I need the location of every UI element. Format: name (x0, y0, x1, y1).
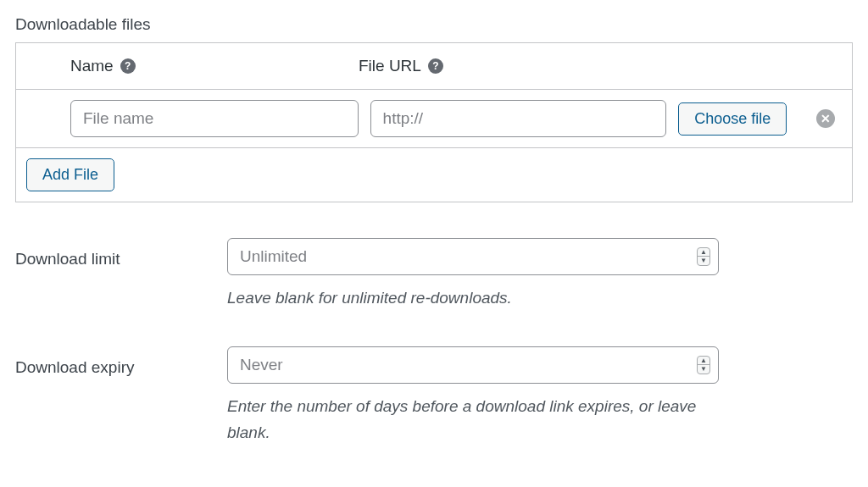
downloadable-files-table: Name ? File URL ? Choose file ✕ Add File (15, 42, 853, 202)
delete-icon[interactable]: ✕ (816, 109, 835, 128)
table-footer: Add File (16, 148, 852, 202)
choose-file-button[interactable]: Choose file (678, 102, 787, 136)
file-url-column-header: File URL (359, 57, 421, 75)
download-expiry-label: Download expiry (15, 346, 227, 377)
table-row: Choose file ✕ (16, 90, 852, 148)
download-limit-label: Download limit (15, 238, 227, 268)
download-limit-row: Download limit ▲ ▼ Leave blank for unlim… (15, 238, 853, 311)
download-expiry-input[interactable] (227, 346, 719, 384)
stepper-down-icon[interactable]: ▼ (698, 257, 709, 265)
download-expiry-row: Download expiry ▲ ▼ Enter the number of … (15, 346, 853, 445)
number-stepper: ▲ ▼ (697, 356, 710, 374)
number-stepper: ▲ ▼ (697, 247, 710, 266)
stepper-down-icon[interactable]: ▼ (698, 365, 709, 374)
download-limit-help: Leave blank for unlimited re-downloads. (227, 285, 719, 311)
name-column-header: Name (70, 57, 114, 75)
section-title: Downloadable files (15, 15, 853, 34)
file-url-input[interactable] (370, 100, 667, 137)
file-name-input[interactable] (70, 100, 359, 137)
download-expiry-help: Enter the number of days before a downlo… (227, 394, 719, 445)
stepper-up-icon[interactable]: ▲ (698, 357, 709, 365)
download-limit-input[interactable] (227, 238, 719, 275)
help-icon[interactable]: ? (428, 58, 443, 74)
add-file-button[interactable]: Add File (26, 158, 114, 191)
table-header: Name ? File URL ? (16, 43, 852, 90)
help-icon[interactable]: ? (120, 58, 136, 74)
stepper-up-icon[interactable]: ▲ (698, 248, 709, 257)
